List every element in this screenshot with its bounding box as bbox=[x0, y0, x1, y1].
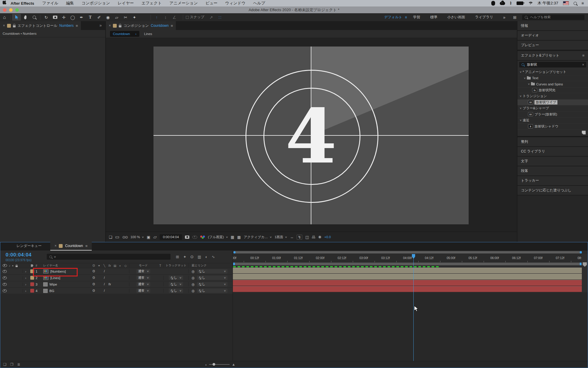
layer-name[interactable]: Wipe bbox=[43, 282, 91, 286]
camera-tool-button[interactable] bbox=[51, 14, 59, 21]
shy-toggle[interactable]: ʘ bbox=[91, 276, 96, 279]
video-toggle-icon[interactable] bbox=[3, 289, 7, 292]
window-minimize-button[interactable] bbox=[9, 8, 13, 12]
pickwhip-icon[interactable]: ◎ bbox=[192, 269, 195, 273]
expand-transfer-controls-icon[interactable]: ❐ bbox=[10, 362, 14, 367]
pan-behind-tool-button[interactable]: ✛ bbox=[59, 14, 68, 21]
exposure-value[interactable]: +0.0 bbox=[324, 235, 331, 239]
collapse-toggle[interactable] bbox=[96, 283, 102, 286]
menubar-clock[interactable]: 木 午後2:37 bbox=[537, 1, 558, 6]
matte-value[interactable]: なし∨ bbox=[169, 289, 183, 293]
clone-stamp-tool-button[interactable]: ◉ bbox=[103, 14, 112, 21]
layer-label-chip[interactable] bbox=[29, 289, 36, 293]
axis-mode-world-icon[interactable]: ↕ bbox=[161, 14, 170, 21]
3d-toggle[interactable] bbox=[123, 283, 128, 286]
resolution-dropdown[interactable]: (フル画質)∨ bbox=[208, 235, 228, 239]
layer-row-BG[interactable]: ›4BGʘ/通常∨なし∨◎なし∨ bbox=[0, 288, 233, 294]
fx-toggle[interactable] bbox=[107, 276, 112, 279]
navigator-end-handle[interactable] bbox=[580, 251, 582, 253]
mode-value[interactable]: 通常∨ bbox=[136, 269, 151, 273]
twirl-open-icon[interactable]: ∨ bbox=[528, 83, 530, 85]
menubar-item-レイヤー[interactable]: レイヤー bbox=[118, 1, 134, 6]
zoom-slider-knob[interactable] bbox=[213, 363, 215, 366]
menubar-item-ファイル[interactable]: ファイル bbox=[42, 1, 58, 6]
twirl-open-icon[interactable]: ∨ bbox=[524, 77, 526, 79]
panel-header-オーディオ[interactable]: オーディオ bbox=[517, 31, 588, 40]
snap-checkbox[interactable]: ☐ bbox=[185, 14, 190, 21]
tree-item-放射状閃光[interactable]: fx放射状閃光 bbox=[517, 87, 588, 93]
puppet-pin-tool-button[interactable]: ✦ bbox=[130, 14, 139, 21]
layer-track-matte-dropdown[interactable]: なし∨ bbox=[163, 282, 188, 286]
layer-expand-arrow[interactable]: › bbox=[23, 289, 29, 293]
layer-name[interactable]: BG bbox=[43, 289, 91, 293]
frame-blend-toggle[interactable] bbox=[112, 283, 118, 286]
layer-bar-[Numbers][interactable] bbox=[233, 268, 582, 273]
video-toggle-icon[interactable] bbox=[3, 276, 7, 279]
mode-value[interactable]: 通常∨ bbox=[136, 282, 151, 286]
tree-item-放射状ワイプ[interactable]: 32放射状ワイプ bbox=[517, 99, 588, 105]
menubar-item-コンポジション[interactable]: コンポジション bbox=[82, 1, 110, 6]
current-time-display[interactable]: 0:00:04:04 00100 (23.976 fps) bbox=[0, 252, 47, 262]
pixel-aspect-correction-icon[interactable]: ↯ bbox=[297, 235, 302, 240]
composition-viewer[interactable]: 4 bbox=[106, 38, 517, 232]
bluetooth-icon[interactable]: ᛒ bbox=[510, 1, 512, 5]
layer-mode-dropdown[interactable]: 通常∨ bbox=[129, 269, 157, 273]
panel-header-文字[interactable]: 文字 bbox=[517, 157, 588, 166]
twirl-open-icon[interactable]: ∨ bbox=[519, 119, 522, 122]
shy-toggle[interactable]: ʘ bbox=[91, 283, 96, 286]
tree-item-Text[interactable]: ∨Text bbox=[517, 75, 588, 81]
workspace-tab-標準[interactable]: 標準 bbox=[430, 15, 437, 20]
layer-row-Wipe[interactable]: ›3Wipeʘ/fx通常∨なし∨◎なし∨ bbox=[0, 281, 233, 288]
video-column-icon[interactable] bbox=[3, 264, 7, 267]
battery-icon[interactable] bbox=[517, 1, 523, 5]
viewer-timecode[interactable]: 0:00:04:04 bbox=[160, 234, 182, 240]
menubar-item-エフェクト[interactable]: エフェクト bbox=[141, 1, 162, 6]
creative-cloud-icon[interactable] bbox=[500, 2, 505, 5]
fx-toggle[interactable]: fx bbox=[107, 283, 112, 286]
shy-switch-icon[interactable]: ʘ bbox=[91, 264, 96, 267]
collapse-switch-icon[interactable]: ✦ bbox=[96, 264, 102, 267]
work-area-bar[interactable] bbox=[233, 262, 582, 266]
layer-expand-arrow[interactable]: › bbox=[23, 283, 29, 286]
menubar-item-ウィンドウ[interactable]: ウィンドウ bbox=[225, 1, 245, 6]
apple-menu-icon[interactable] bbox=[0, 1, 9, 6]
close-icon[interactable]: × bbox=[54, 244, 56, 248]
snapshot-icon[interactable] bbox=[185, 236, 189, 239]
panel-header-CC ライブラリ[interactable]: CC ライブラリ bbox=[517, 147, 588, 156]
zoom-tool-button[interactable] bbox=[30, 14, 39, 21]
tab-composition[interactable]: × コンポジション Countdown ≡ bbox=[106, 21, 176, 30]
axis-mode-local-icon[interactable]: ↑ bbox=[152, 14, 161, 21]
workspace-tab-デフォルト[interactable]: デフォルト bbox=[384, 15, 402, 20]
matte-value[interactable]: なし∨ bbox=[169, 276, 183, 280]
quality-switch-icon[interactable]: ╲ bbox=[102, 264, 107, 267]
lock-icon[interactable] bbox=[13, 25, 16, 27]
twirl-open-icon[interactable]: ∨ bbox=[519, 71, 522, 73]
3d-toggle[interactable] bbox=[123, 276, 128, 279]
mode-value[interactable]: 通常∨ bbox=[136, 276, 151, 280]
parent-link-column-header[interactable]: 親とリンク bbox=[188, 263, 233, 268]
tab-render-queue[interactable]: レンダーキュー bbox=[0, 243, 50, 251]
hand-tool-button[interactable] bbox=[21, 14, 30, 21]
panel-header-トラッカー[interactable]: トラッカー bbox=[517, 176, 588, 185]
tab-timeline-countdown[interactable]: × Countdown ≡ bbox=[50, 242, 91, 251]
tab-overflow-chevrons[interactable]: » bbox=[99, 23, 105, 30]
3d-toggle[interactable] bbox=[123, 270, 128, 273]
effect-controls-breadcrumb[interactable]: Countdown • Numbers bbox=[0, 30, 105, 37]
menubar-app-name[interactable]: After Effects bbox=[11, 1, 34, 6]
zoom-slider[interactable] bbox=[209, 364, 230, 365]
breadcrumb-lines[interactable]: Lines bbox=[144, 32, 152, 36]
mode-value[interactable]: 通常∨ bbox=[136, 289, 151, 293]
work-area-start-handle[interactable] bbox=[233, 263, 235, 265]
composition-mini-flowchart-icon[interactable]: ⊞ bbox=[176, 255, 179, 259]
quality-toggle[interactable]: / bbox=[102, 283, 107, 286]
motion-blur-icon[interactable]: ◐ bbox=[205, 255, 208, 259]
workspace-tab-学習[interactable]: 学習 bbox=[413, 15, 420, 20]
spotlight-search-icon[interactable] bbox=[574, 2, 577, 5]
menubar-item-ビュー[interactable]: ビュー bbox=[206, 1, 218, 6]
tree-item-放射状シャドウ[interactable]: 8放射状シャドウ bbox=[517, 123, 588, 130]
parent-value[interactable]: なし∨ bbox=[197, 289, 228, 293]
region-of-interest-icon[interactable]: ▣ bbox=[147, 235, 150, 239]
motion-blur-toggle[interactable] bbox=[118, 270, 123, 273]
window-zoom-button[interactable] bbox=[15, 8, 19, 12]
mask-visibility-icon[interactable]: ⊙⊙ bbox=[122, 235, 128, 239]
